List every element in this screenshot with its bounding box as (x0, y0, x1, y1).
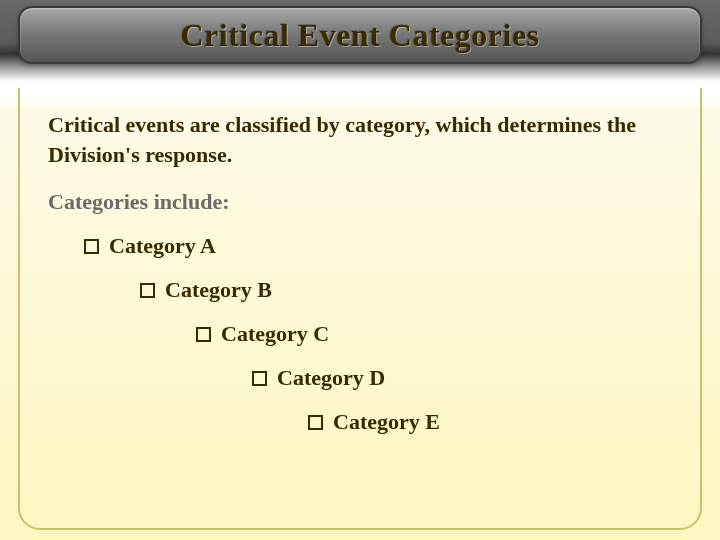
list-item: Category E (308, 409, 672, 435)
checkbox-bullet-icon (140, 283, 155, 298)
content-panel: Critical events are classified by catego… (18, 88, 702, 530)
category-list: Category A Category B Category C Categor… (48, 233, 672, 435)
checkbox-bullet-icon (196, 327, 211, 342)
checkbox-bullet-icon (252, 371, 267, 386)
list-item-label: Category C (221, 321, 329, 347)
subheading: Categories include: (48, 189, 672, 215)
list-item-label: Category B (165, 277, 272, 303)
list-item-label: Category A (109, 233, 216, 259)
list-item: Category C (196, 321, 672, 347)
list-item-label: Category D (277, 365, 385, 391)
checkbox-bullet-icon (308, 415, 323, 430)
list-item: Category D (252, 365, 672, 391)
list-item-label: Category E (333, 409, 440, 435)
slide-title: Critical Event Categories (180, 17, 539, 54)
list-item: Category A (84, 233, 672, 259)
checkbox-bullet-icon (84, 239, 99, 254)
list-item: Category B (140, 277, 672, 303)
title-bar: Critical Event Categories (18, 6, 702, 64)
intro-text: Critical events are classified by catego… (48, 110, 672, 169)
